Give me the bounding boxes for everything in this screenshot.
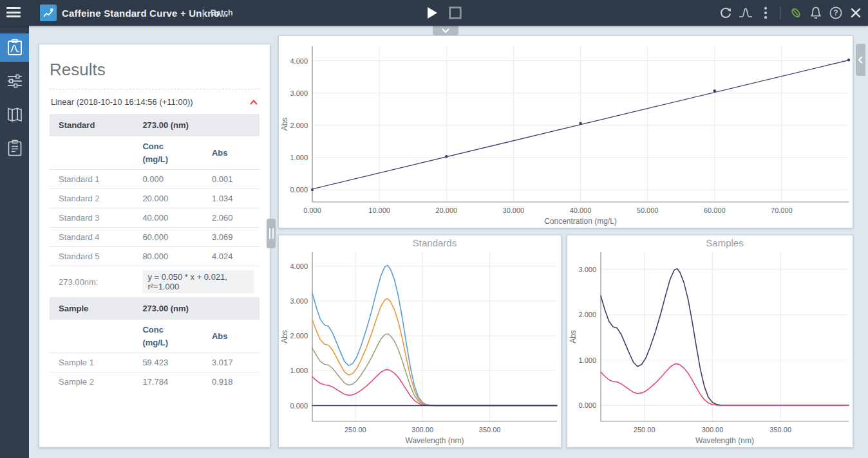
svg-text:1.000: 1.000 — [290, 367, 308, 374]
sample-wavelength: 273.00 (nm) — [133, 297, 259, 320]
peak-curve-icon[interactable] — [739, 6, 753, 20]
chevron-left-icon — [858, 55, 863, 64]
svg-text:2.000: 2.000 — [290, 332, 308, 340]
svg-text:20.000: 20.000 — [435, 206, 457, 214]
svg-text:Abs: Abs — [569, 330, 578, 344]
svg-text:0.000: 0.000 — [290, 402, 308, 410]
abs-header: Abs — [203, 320, 259, 353]
svg-text:4.000: 4.000 — [290, 262, 308, 270]
svg-text:4.000: 4.000 — [290, 57, 308, 65]
calibration-chart-panel: 0.00010.00020.00030.00040.00050.00060.00… — [278, 35, 853, 228]
clipboard-report-icon — [7, 140, 23, 157]
svg-text:70.000: 70.000 — [771, 206, 793, 214]
samples-chart-panel: 250.00300.00350.000.0001.0002.0003.000Wa… — [567, 235, 853, 448]
results-title: Results — [50, 60, 259, 80]
bell-icon[interactable] — [809, 6, 823, 20]
svg-text:0.000: 0.000 — [290, 186, 308, 194]
help-icon[interactable]: ? — [829, 6, 843, 20]
svg-text:1.000: 1.000 — [578, 356, 596, 364]
conc-unit: (mg/L) — [142, 338, 168, 347]
top-bar: Caffeine Standard Curve + Unkno... Batch… — [0, 0, 868, 26]
linear-section-header[interactable]: Linear (2018-10-10 16:14:56 (+11:00)) — [50, 89, 259, 114]
standard-group-header: Standard 273.00 (nm) — [50, 114, 259, 136]
standards-chart-panel: 250.00300.00350.000.0001.0002.0003.0004.… — [278, 235, 561, 448]
results-table: Standard 273.00 (nm) Conc(mg/L) Abs Stan… — [50, 114, 259, 391]
svg-text:50.000: 50.000 — [637, 206, 659, 214]
close-icon[interactable] — [849, 6, 863, 20]
title-divider — [203, 6, 204, 19]
svg-text:250.00: 250.00 — [344, 426, 366, 434]
svg-text:Abs: Abs — [280, 330, 289, 344]
table-row[interactable]: Standard 5 80.000 4.024 — [50, 247, 259, 266]
clipboard-curve-icon — [6, 39, 23, 57]
menu-icon[interactable] — [6, 7, 21, 19]
panels-icon — [6, 106, 23, 123]
mode-label: Batch — [211, 0, 233, 26]
svg-text:Wavelength (nm): Wavelength (nm) — [695, 436, 754, 445]
conc-header: Conc — [142, 142, 164, 151]
table-row[interactable]: Standard 1 0.000 0.001 — [50, 170, 259, 189]
refresh-icon[interactable] — [719, 6, 733, 20]
svg-text:Wavelength (nm): Wavelength (nm) — [406, 436, 464, 445]
svg-text:60.000: 60.000 — [704, 206, 726, 214]
svg-text:300.00: 300.00 — [702, 426, 724, 434]
svg-text:2.000: 2.000 — [290, 122, 308, 129]
svg-text:300.00: 300.00 — [411, 426, 433, 434]
svg-text:Abs: Abs — [280, 118, 289, 131]
samples-chart[interactable]: 250.00300.00350.000.0001.0002.0003.000Wa… — [567, 235, 853, 447]
table-row[interactable]: Sample 2 17.784 0.918 — [50, 372, 259, 392]
collapse-top-panel-tab[interactable] — [433, 26, 458, 35]
sample-column-headers: Conc(mg/L) Abs — [50, 320, 259, 353]
svg-text:3.000: 3.000 — [578, 266, 596, 273]
svg-text:1.000: 1.000 — [290, 154, 308, 161]
sidebar-item-report[interactable] — [0, 134, 29, 162]
collapse-chevron-icon[interactable] — [249, 99, 258, 105]
sidebar-item-settings[interactable] — [0, 67, 29, 95]
expand-right-panel-tab[interactable] — [856, 44, 865, 76]
svg-text:350.00: 350.00 — [769, 426, 791, 434]
transport-controls — [425, 0, 462, 26]
svg-text:Concentration (mg/L): Concentration (mg/L) — [544, 217, 617, 226]
chevron-down-icon — [441, 28, 450, 33]
standard-column-headers: Conc(mg/L) Abs — [50, 136, 259, 170]
table-row[interactable]: Standard 4 60.000 3.069 — [50, 228, 259, 247]
standards-chart[interactable]: 250.00300.00350.000.0001.0002.0003.0004.… — [279, 235, 561, 447]
cuvette-connected-icon[interactable] — [789, 6, 803, 20]
sample-group-header: Sample 273.00 (nm) — [50, 297, 259, 320]
svg-text:3.000: 3.000 — [290, 297, 308, 305]
table-row[interactable]: Sample 1 59.423 3.017 — [50, 353, 259, 372]
sidebar-item-results[interactable] — [0, 33, 29, 62]
svg-text:350.00: 350.00 — [479, 426, 501, 434]
svg-text:250.00: 250.00 — [634, 426, 656, 434]
svg-text:2.000: 2.000 — [578, 311, 596, 318]
svg-text:Standards: Standards — [413, 237, 457, 248]
svg-text:3.000: 3.000 — [290, 89, 308, 97]
stop-icon[interactable] — [448, 6, 462, 20]
sidebar-item-graphs[interactable] — [0, 100, 29, 129]
calibration-chart[interactable]: 0.00010.00020.00030.00040.00050.00060.00… — [279, 36, 853, 228]
linear-section-label: Linear (2018-10-10 16:14:56 (+11:00)) — [51, 97, 193, 107]
abs-header: Abs — [203, 136, 259, 170]
table-row[interactable]: Standard 3 40.000 2.060 — [50, 208, 259, 228]
standard-group-label: Standard — [50, 114, 133, 136]
svg-text:40.000: 40.000 — [570, 206, 592, 214]
svg-text:30.000: 30.000 — [503, 206, 525, 214]
standard-wavelength: 273.00 (nm) — [133, 114, 259, 136]
panel-splitter-handle[interactable] — [267, 219, 276, 248]
kebab-menu-icon[interactable] — [759, 6, 773, 20]
svg-text:Samples: Samples — [706, 237, 743, 248]
fit-wavelength-label: 273.00nm: — [50, 266, 133, 298]
conc-unit: (mg/L) — [142, 154, 168, 164]
play-icon[interactable] — [425, 6, 439, 20]
table-row[interactable]: Standard 2 20.000 1.034 — [50, 189, 259, 208]
svg-text:10.000: 10.000 — [368, 206, 390, 214]
fit-equation-row: 273.00nm: y = 0.050 * x + 0.021, r²=1.00… — [50, 266, 259, 298]
sidebar — [0, 26, 29, 458]
results-panel: Results Linear (2018-10-10 16:14:56 (+11… — [39, 44, 270, 448]
toolbar-icons: ? — [719, 0, 863, 26]
app-logo-icon — [40, 5, 57, 21]
conc-header: Conc — [142, 325, 164, 334]
svg-text:0.000: 0.000 — [578, 401, 596, 409]
sliders-icon — [6, 73, 23, 89]
svg-text:?: ? — [833, 8, 838, 17]
